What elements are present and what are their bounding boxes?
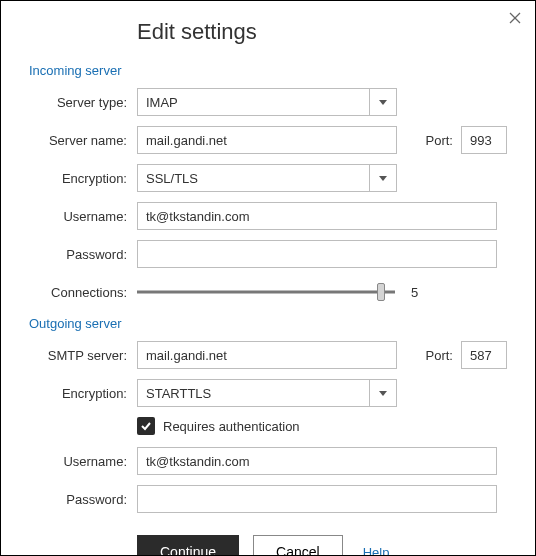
dialog-title: Edit settings [137,19,507,45]
requires-auth-checkbox[interactable] [137,417,155,435]
server-type-value[interactable] [137,88,397,116]
incoming-password-input[interactable] [137,240,497,268]
outgoing-port-input[interactable] [461,341,507,369]
connections-label: Connections: [29,285,137,300]
server-type-label: Server type: [29,95,137,110]
incoming-encryption-label: Encryption: [29,171,137,186]
incoming-encryption-select[interactable] [137,164,397,192]
smtp-server-input[interactable] [137,341,397,369]
incoming-port-label: Port: [426,133,461,148]
outgoing-section-header: Outgoing server [29,316,507,331]
server-type-select[interactable] [137,88,397,116]
server-name-label: Server name: [29,133,137,148]
incoming-username-input[interactable] [137,202,497,230]
outgoing-encryption-select[interactable] [137,379,397,407]
incoming-port-input[interactable] [461,126,507,154]
requires-auth-label: Requires authentication [163,419,300,434]
outgoing-port-label: Port: [426,348,461,363]
outgoing-password-label: Password: [29,492,137,507]
continue-button[interactable]: Continue [137,535,239,556]
incoming-section-header: Incoming server [29,63,507,78]
outgoing-password-input[interactable] [137,485,497,513]
help-link[interactable]: Help [363,545,390,557]
slider-thumb[interactable] [377,283,385,301]
connections-value: 5 [411,285,418,300]
connections-slider[interactable] [137,278,395,306]
outgoing-username-label: Username: [29,454,137,469]
incoming-username-label: Username: [29,209,137,224]
close-icon[interactable] [509,11,521,27]
server-name-input[interactable] [137,126,397,154]
outgoing-encryption-value[interactable] [137,379,397,407]
incoming-password-label: Password: [29,247,137,262]
cancel-button[interactable]: Cancel [253,535,343,556]
incoming-encryption-value[interactable] [137,164,397,192]
smtp-server-label: SMTP server: [29,348,137,363]
outgoing-username-input[interactable] [137,447,497,475]
outgoing-encryption-label: Encryption: [29,386,137,401]
